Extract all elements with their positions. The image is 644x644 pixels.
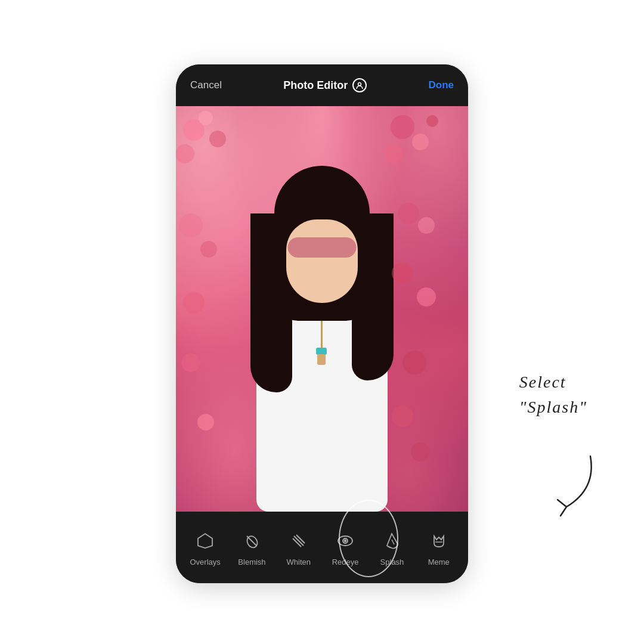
tool-redeye[interactable]: Redeye bbox=[324, 529, 366, 566]
splash-label: Splash bbox=[380, 558, 404, 566]
phone-frame: Cancel Photo Editor Done bbox=[176, 64, 468, 583]
photo-background bbox=[176, 106, 468, 512]
top-bar: Cancel Photo Editor Done bbox=[176, 64, 468, 106]
tool-meme[interactable]: Meme bbox=[418, 529, 460, 566]
page-container: Cancel Photo Editor Done bbox=[0, 0, 644, 644]
done-button[interactable]: Done bbox=[429, 79, 454, 91]
redeye-label: Redeye bbox=[332, 558, 359, 566]
tool-whiten[interactable]: Whiten bbox=[278, 529, 320, 566]
cancel-button[interactable]: Cancel bbox=[190, 79, 222, 91]
tool-overlays[interactable]: Overlays bbox=[184, 529, 226, 566]
sunglasses bbox=[288, 237, 357, 258]
overlays-label: Overlays bbox=[190, 558, 221, 566]
overlays-icon bbox=[193, 529, 217, 553]
annotation-text: Select "Splash" bbox=[519, 370, 587, 420]
blemish-icon bbox=[240, 529, 264, 553]
blemish-label: Blemish bbox=[238, 558, 265, 566]
bottom-toolbar: Overlays Blemish bbox=[176, 512, 468, 583]
person-silhouette bbox=[233, 166, 411, 512]
splash-icon bbox=[380, 529, 404, 553]
photo-area bbox=[176, 106, 468, 512]
whiten-label: Whiten bbox=[287, 558, 311, 566]
tool-splash[interactable]: Splash bbox=[371, 529, 413, 566]
annotation-arrow bbox=[543, 453, 602, 519]
title-text: Photo Editor bbox=[283, 79, 348, 92]
whiten-icon bbox=[287, 529, 311, 553]
svg-point-0 bbox=[358, 83, 361, 86]
tool-blemish[interactable]: Blemish bbox=[231, 529, 273, 566]
face bbox=[286, 219, 358, 303]
annotation-line2: "Splash" bbox=[519, 398, 587, 416]
svg-point-29 bbox=[345, 540, 346, 541]
app-title: Photo Editor bbox=[283, 78, 367, 92]
meme-label: Meme bbox=[428, 558, 450, 566]
redeye-icon bbox=[333, 529, 357, 553]
profile-icon bbox=[352, 78, 367, 92]
svg-marker-21 bbox=[198, 534, 212, 548]
necklace-pendant-bottom bbox=[317, 354, 326, 365]
annotation-line1: Select bbox=[519, 373, 566, 391]
meme-icon bbox=[427, 529, 451, 553]
